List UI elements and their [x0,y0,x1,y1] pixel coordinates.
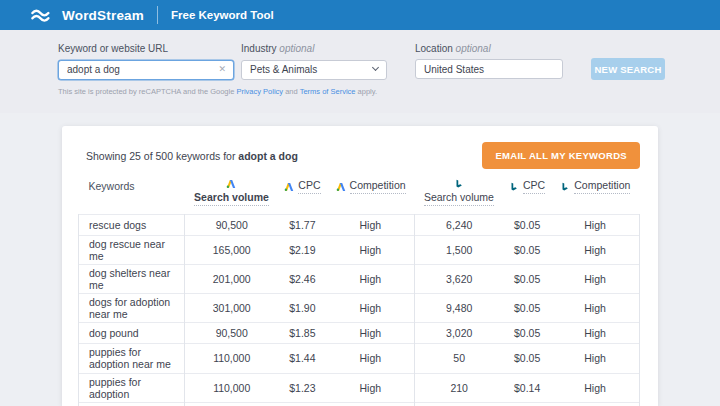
results-summary: Showing 25 of 500 keywords for adopt a d… [86,150,298,162]
google-search-volume-header: Search volume [185,175,279,215]
email-keywords-button[interactable]: EMAIL ALL MY KEYWORDS [482,142,640,169]
product-title: Free Keyword Tool [171,9,274,21]
results-card: Showing 25 of 500 keywords for adopt a d… [62,126,658,406]
bing-cpc-cell: $0.14 [503,373,551,402]
bing-competition-cell: High [551,294,639,323]
new-search-button[interactable]: NEW SEARCH [591,58,665,80]
google-search-volume-cell: 90,500 [185,323,279,344]
table-row: boxer puppies for sale 40,500 $0.67 High… [79,402,640,406]
bing-competition-cell: High [551,236,639,265]
bing-search-volume-cell: 1,500 [415,236,503,265]
google-cpc-cell: $2.46 [278,265,326,294]
keyword-cell: puppies for adoption near me [79,344,185,373]
bing-search-volume-cell: 3,620 [415,265,503,294]
keyword-input[interactable] [58,60,234,80]
bing-cpc-cell: $0.05 [503,215,551,236]
bing-competition-header: Competition [551,175,639,215]
table-row: puppies for adoption 110,000 $1.23 High … [79,373,640,402]
google-competition-cell: High [326,373,414,402]
search-panel: Keyword or website URL ✕ Industry option… [0,30,720,113]
google-cpc-cell: $0.67 [278,402,326,406]
bing-cpc-cell: $0.05 [503,236,551,265]
industry-select[interactable]: Pets & Animals [241,60,387,80]
google-competition-cell: High [326,402,414,406]
wordstream-wave-icon [30,8,54,23]
keyword-cell: dog shelters near me [79,265,185,294]
searched-keyword: adopt a dog [238,150,298,162]
bing-search-volume-cell: 3,020 [415,323,503,344]
recaptcha-notice: This site is protected by reCAPTCHA and … [58,87,720,96]
google-search-volume-cell: 301,000 [185,294,279,323]
table-row: dog rescue near me 165,000 $2.19 High 1,… [79,236,640,265]
google-search-volume-cell: 40,500 [185,402,279,406]
topbar-divider [157,6,158,24]
google-ads-icon [336,182,346,192]
table-row: rescue dogs 90,500 $1.77 High 6,240 $0.0… [79,215,640,236]
table-row: dog shelters near me 201,000 $2.46 High … [79,265,640,294]
keyword-cell: dog rescue near me [79,236,185,265]
google-ads-icon [284,182,294,192]
location-optional-label: optional [456,43,491,54]
terms-of-service-link[interactable]: Terms of Service [300,87,356,96]
keyword-table-body: rescue dogs 90,500 $1.77 High 6,240 $0.0… [79,215,640,406]
google-cpc-cell: $1.23 [278,373,326,402]
bing-competition-cell: High [551,215,639,236]
table-header-row: Keywords Search volume [79,175,640,215]
google-cpc-cell: $2.19 [278,236,326,265]
bing-icon [560,182,570,192]
bing-icon [454,179,464,189]
bing-search-volume-cell: 80 [415,402,503,406]
bing-icon [509,182,519,192]
google-competition-cell: High [326,265,414,294]
privacy-policy-link[interactable]: Privacy Policy [236,87,283,96]
bing-cpc-cell: $1.36 [503,402,551,406]
bing-competition-cell: High [551,402,639,406]
top-app-bar: WordStream Free Keyword Tool [0,0,720,30]
bing-competition-cell: High [551,373,639,402]
bing-search-volume-cell: 210 [415,373,503,402]
bing-cpc-header: CPC [503,175,551,215]
keyword-cell: dogs for adoption near me [79,294,185,323]
table-row: puppies for adoption near me 110,000 $1.… [79,344,640,373]
google-search-volume-cell: 110,000 [185,344,279,373]
brand-name[interactable]: WordStream [62,8,144,23]
location-input[interactable] [415,59,563,79]
google-competition-cell: High [326,344,414,373]
google-cpc-cell: $1.44 [278,344,326,373]
google-cpc-cell: $1.77 [278,215,326,236]
location-label: Location [415,43,453,54]
bing-cpc-cell: $0.05 [503,265,551,294]
google-search-volume-cell: 201,000 [185,265,279,294]
industry-optional-label: optional [279,43,314,54]
keyword-cell: puppies for adoption [79,373,185,402]
google-search-volume-cell: 110,000 [185,373,279,402]
keywords-column-header: Keywords [79,175,185,215]
keyword-cell: rescue dogs [79,215,185,236]
google-ads-icon [226,179,236,189]
bing-search-volume-header: Search volume [415,175,503,215]
bing-search-volume-cell: 9,480 [415,294,503,323]
google-cpc-cell: $1.85 [278,323,326,344]
google-cpc-cell: $1.90 [278,294,326,323]
table-row: dog pound 90,500 $1.85 High 3,020 $0.05 … [79,323,640,344]
table-row: dogs for adoption near me 301,000 $1.90 … [79,294,640,323]
keyword-cell: boxer puppies for sale [79,402,185,406]
google-search-volume-cell: 90,500 [185,215,279,236]
keyword-cell: dog pound [79,323,185,344]
bing-cpc-cell: $0.05 [503,344,551,373]
bing-search-volume-cell: 50 [415,344,503,373]
google-competition-cell: High [326,236,414,265]
google-competition-cell: High [326,215,414,236]
keyword-results-table: Keywords Search volume [78,175,640,406]
keyword-input-label: Keyword or website URL [58,43,234,54]
google-competition-cell: High [326,294,414,323]
bing-cpc-cell: $0.05 [503,294,551,323]
google-competition-header: Competition [326,175,414,215]
bing-search-volume-cell: 6,240 [415,215,503,236]
google-cpc-header: CPC [278,175,326,215]
google-search-volume-cell: 165,000 [185,236,279,265]
page-content: Showing 25 of 500 keywords for adopt a d… [0,113,720,406]
clear-input-icon[interactable]: ✕ [218,63,226,75]
bing-competition-cell: High [551,323,639,344]
bing-competition-cell: High [551,344,639,373]
